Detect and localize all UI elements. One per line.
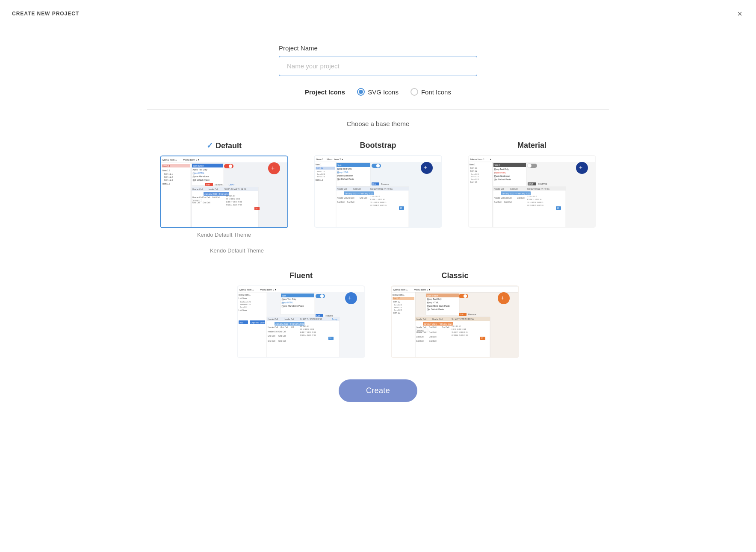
svg-text:15  16  17  18  19  20  21: 15 16 17 18 19 20 21: [452, 331, 468, 333]
svg-text:Item 1.2.2: Item 1.2.2: [394, 306, 402, 308]
svg-text:Remove: Remove: [468, 313, 476, 316]
svg-text:Menu Item 2 ▾: Menu Item 2 ▾: [183, 159, 199, 161]
svg-text:Add: Add: [239, 321, 243, 324]
svg-text:30: 30: [255, 208, 258, 210]
svg-text:22  23  24  25  26  27  28: 22 23 24 25 26 27 28: [226, 204, 242, 206]
svg-text:22  23  24  25  26  27  28: 22 23 24 25 26 27 28: [370, 204, 387, 206]
svg-text:+: +: [424, 164, 427, 171]
svg-text:List Item 1.2.2: List Item 1.2.2: [240, 303, 251, 305]
svg-text:Header Cell: Header Cell: [494, 188, 504, 190]
theme-material-preview: Menu Item 1 ▾ Item 1 Item 1.1 Item 1.2 I…: [468, 155, 596, 228]
project-name-label: Project Name: [279, 44, 318, 52]
svg-text:Export to Excel: Export to Excel: [251, 321, 265, 324]
svg-text:1  2  3  4  5  6  7: 1 2 3 4 5 6 7: [452, 325, 461, 327]
theme-classic[interactable]: Classic Menu Item 1 Menu Item 2 ▾ Split …: [391, 271, 519, 358]
svg-text:Grid Cell: Grid Cell: [281, 326, 288, 329]
svg-text:Grid Cell: Grid Cell: [268, 340, 275, 342]
themes-grid-bottom: Fluent Menu Item 1 Menu Item 2 ▾ Split K…: [237, 271, 519, 358]
svg-icons-radio[interactable]: [357, 88, 365, 96]
project-name-input[interactable]: [279, 56, 477, 76]
dialog-header: CREATE NEW PROJECT ×: [0, 0, 756, 27]
theme-bootstrap[interactable]: Bootstrap Item 1 Menu Item 2 ▾ Split Kee…: [314, 141, 442, 238]
theme-material[interactable]: Material Menu Item 1 ▾ Item 1 Item 1.1 I…: [468, 141, 596, 238]
theme-fluent-name: Fluent: [289, 271, 313, 280]
svg-text:22  23  24  25  26  27  28: 22 23 24 25 26 27 28: [300, 334, 316, 336]
theme-default-name: ✓ Default: [207, 141, 242, 150]
svg-icons-option[interactable]: SVG Icons: [357, 88, 399, 96]
svg-text:+: +: [501, 294, 504, 301]
svg-text:Item 1.2: Item 1.2: [470, 170, 478, 172]
theme-default-caption-text: Kendo Default Theme: [210, 247, 264, 254]
svg-text:Edit: Edit: [460, 313, 464, 316]
svg-text:Grid Cell: Grid Cell: [192, 202, 200, 204]
theme-default[interactable]: ✓ Default Menu Item 1 Menu Item 2 ▾ Item…: [160, 141, 288, 238]
svg-text:Header Cell: Header Cell: [432, 318, 443, 320]
svg-rect-60: [337, 168, 339, 170]
svg-text:8  9  10  11  12  13  14: 8 9 10 11 12 13 14: [452, 328, 466, 330]
svg-text:Item 1: Item 1: [316, 163, 322, 166]
svg-text:Keep Text Only: Keep Text Only: [494, 168, 509, 170]
svg-text:List Item 1.2.1: List Item 1.2.1: [240, 301, 251, 303]
caption-row: Kendo Default Theme: [173, 247, 583, 254]
svg-text:▾: ▾: [490, 158, 491, 161]
create-button[interactable]: Create: [339, 379, 417, 402]
svg-text:Item 1.2.1: Item 1.2.1: [164, 173, 173, 175]
svg-text:Split: Split: [282, 294, 286, 297]
svg-text:Edit: Edit: [206, 183, 210, 186]
svg-text:Split Button: Split Button: [427, 294, 438, 297]
section-divider: [147, 109, 609, 110]
svg-text:Grid Cell: Grid Cell: [353, 188, 361, 190]
svg-point-77: [376, 164, 380, 167]
svg-text:SU MO TU WE TH FR SA: SU MO TU WE TH FR SA: [527, 188, 549, 190]
svg-text:Grid Cell: Grid Cell: [442, 326, 449, 329]
svg-rect-63: [337, 172, 339, 173]
svg-text:Menu Item 2 ▾: Menu Item 2 ▾: [327, 158, 343, 161]
svg-text:Grid Cell: Grid Cell: [416, 336, 424, 338]
dialog-body: Project Name Project Icons SVG Icons Fon…: [0, 27, 756, 428]
svg-text:Grid Cell: Grid Cell: [429, 336, 437, 338]
svg-point-125: [527, 164, 532, 168]
svg-text:Keep Text Only: Keep Text Only: [193, 168, 207, 171]
svg-text:List Item: List Item: [239, 309, 247, 311]
svg-text:30: 30: [481, 338, 484, 340]
svg-text:Grid Cell: Grid Cell: [268, 335, 275, 337]
svg-text:Grid Cell: Grid Cell: [517, 197, 525, 199]
svg-text:Grid Cell: Grid Cell: [416, 340, 424, 342]
svg-text:8  9  10  11  12  13  14: 8 9 10 11 12 13 14: [527, 198, 542, 200]
fluent-preview-svg: Menu Item 1 Menu Item 2 ▾ Split Keep Tex…: [238, 286, 365, 358]
svg-text:SU MO TU WE TH FR SA: SU MO TU WE TH FR SA: [224, 188, 246, 191]
svg-point-24: [229, 164, 232, 168]
theme-fluent[interactable]: Fluent Menu Item 1 Menu Item 2 ▾ Split K…: [237, 271, 365, 358]
svg-text:Item 1.2: Item 1.2: [162, 169, 170, 172]
svg-text:Off...: Off...: [291, 326, 295, 329]
svg-text:Keep Text Only: Keep Text Only: [427, 298, 442, 300]
svg-text:January 2021 - February 2021: January 2021 - February 2021: [345, 192, 373, 195]
svg-text:Grid Cell: Grid Cell: [278, 331, 286, 333]
font-icons-radio[interactable]: [410, 88, 418, 96]
svg-text:+: +: [579, 164, 582, 171]
close-button[interactable]: ×: [735, 8, 744, 20]
themes-grid-top: ✓ Default Menu Item 1 Menu Item 2 ▾ Item…: [160, 141, 596, 238]
svg-text:Menu Item 1: Menu Item 1: [162, 159, 177, 161]
svg-text:Item 1.2.2: Item 1.2.2: [471, 176, 479, 178]
svg-text:Set Default Paste: Set Default Paste: [494, 178, 511, 181]
svg-text:Menu Item 1: Menu Item 1: [239, 288, 254, 291]
svg-text:Header Cell: Header Cell: [284, 318, 294, 320]
themes-section-title: Choose a base theme: [347, 120, 410, 127]
svg-text:Item 1.2.3: Item 1.2.3: [164, 179, 173, 181]
svg-text:Grid Cell: Grid Cell: [429, 340, 437, 342]
svg-text:REMOVE: REMOVE: [538, 183, 547, 185]
bootstrap-preview-svg: Item 1 Menu Item 2 ▾ Split Keep Text Onl…: [315, 156, 442, 228]
font-icons-option[interactable]: Font Icons: [410, 88, 451, 96]
svg-text:Item 1.2.3: Item 1.2.3: [471, 178, 479, 180]
svg-text:Grid Cell: Grid Cell: [510, 188, 518, 190]
svg-text:SU MO TU WE TH FR SA: SU MO TU WE TH FR SA: [300, 318, 322, 320]
svg-text:Grid Cell: Grid Cell: [504, 197, 512, 199]
svg-text:Remove: Remove: [381, 183, 389, 185]
svg-text:Paste Markdown Paste: Paste Markdown Paste: [282, 305, 304, 307]
svg-text:header Cell: header Cell: [268, 331, 278, 333]
svg-text:1  2  3  4  5  6  7: 1 2 3 4 5 6 7: [527, 195, 537, 197]
svg-text:Header Cell: Header Cell: [268, 318, 278, 320]
svg-point-229: [464, 294, 467, 298]
svg-text:January 2021 - February 2021: January 2021 - February 2021: [424, 323, 452, 325]
